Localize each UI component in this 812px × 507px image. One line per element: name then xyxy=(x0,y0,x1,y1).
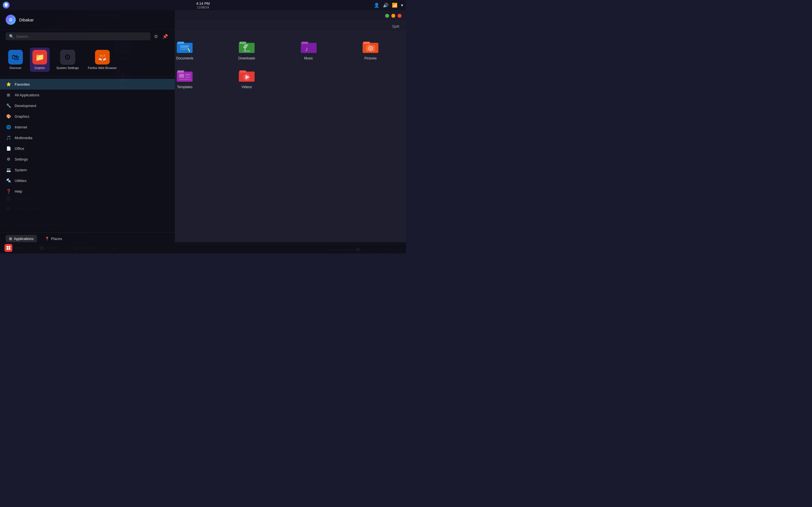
app-launcher: D Dibakar 🔍 ⚙ 📌 🛍 Discover 📁 Dolphin ⚙ S… xyxy=(0,10,175,253)
system-label: System xyxy=(15,168,27,172)
user-icon[interactable]: 👤 xyxy=(374,3,379,8)
favorites-icon: ⭐ xyxy=(6,81,11,87)
firefox-icon: 🦊 xyxy=(95,50,110,64)
svg-rect-42 xyxy=(239,70,246,73)
bottom-taskbar xyxy=(0,242,406,253)
taskbar-left xyxy=(3,2,10,8)
svg-rect-8 xyxy=(177,42,184,44)
places-tab-icon: 📍 xyxy=(45,237,49,241)
templates-folder-label: Templates xyxy=(177,85,193,89)
pinned-app-system-settings[interactable]: ⚙ System Settings xyxy=(54,48,81,72)
category-all-applications[interactable]: ⊞ All Applications xyxy=(0,90,175,100)
window-close[interactable] xyxy=(398,14,402,18)
system-settings-label: System Settings xyxy=(56,66,79,69)
firefox-label: Firefox Web Browser xyxy=(88,66,117,69)
svg-rect-9 xyxy=(180,46,189,47)
network-icon[interactable]: 📶 xyxy=(392,3,398,8)
pinned-app-discover[interactable]: 🛍 Discover xyxy=(6,48,26,72)
pin-button[interactable]: 📌 xyxy=(161,33,169,40)
system-icon: 💻 xyxy=(6,167,11,173)
svg-rect-20 xyxy=(301,42,308,44)
volume-icon[interactable]: 🔊 xyxy=(383,3,389,8)
documents-folder-label: Documents xyxy=(176,56,193,60)
all-apps-label: All Applications xyxy=(15,93,39,97)
category-office[interactable]: 📄 Office xyxy=(0,143,175,154)
utilities-label: Utilities xyxy=(15,179,27,183)
utilities-icon: 🔩 xyxy=(6,178,11,183)
category-internet[interactable]: 🌐 Internet xyxy=(0,122,175,132)
search-section: 🔍 ⚙ 📌 xyxy=(0,30,175,43)
taskbar-right: 👤 🔊 📶 ▾ xyxy=(374,3,403,8)
videos-folder-label: Videos xyxy=(242,85,252,89)
svg-rect-17 xyxy=(243,51,250,52)
dolphin-icon: 📁 xyxy=(33,50,47,64)
search-controls: ⚙ 📌 xyxy=(153,33,169,40)
window-controls xyxy=(385,14,402,18)
top-taskbar: 4:14 PM 11/06/24 👤 🔊 📶 ▾ xyxy=(0,0,406,10)
settings-icon: ⚙ xyxy=(6,156,11,162)
office-label: Office xyxy=(15,147,24,151)
taskbar-dolphin-icon xyxy=(4,244,12,252)
multimedia-icon: 🎵 xyxy=(6,135,11,140)
internet-label: Internet xyxy=(15,125,27,129)
downloads-folder-label: Downloads xyxy=(238,56,255,60)
split-button[interactable]: Split xyxy=(390,23,402,30)
folder-downloads[interactable]: Downloads xyxy=(217,37,276,64)
user-section: D Dibakar xyxy=(0,10,175,30)
taskbar-dolphin-app[interactable] xyxy=(2,243,15,253)
templates-folder-icon xyxy=(177,69,193,83)
multimedia-label: Multimedia xyxy=(15,136,33,140)
category-settings[interactable]: ⚙ Settings xyxy=(0,154,175,165)
category-help[interactable]: ❓ Help xyxy=(0,186,175,196)
settings-label: Settings xyxy=(15,157,28,161)
music-folder-icon: ♪ xyxy=(301,41,317,54)
taskbar-logo[interactable] xyxy=(3,2,10,8)
development-icon: 🔧 xyxy=(6,103,11,108)
search-icon: 🔍 xyxy=(9,34,14,39)
system-settings-icon: ⚙ xyxy=(60,50,75,64)
graphics-label: Graphics xyxy=(15,114,29,119)
category-utilities[interactable]: 🔩 Utilities xyxy=(0,175,175,186)
svg-rect-19 xyxy=(301,43,317,53)
help-icon: ❓ xyxy=(6,188,11,194)
svg-rect-10 xyxy=(180,47,188,48)
graphics-icon: 🎨 xyxy=(6,114,11,119)
taskbar-date: 11/06/24 xyxy=(196,6,210,9)
svg-text:♪: ♪ xyxy=(305,45,308,53)
folder-pictures[interactable]: Pictures xyxy=(341,37,400,64)
svg-rect-16 xyxy=(245,45,246,48)
category-system[interactable]: 💻 System xyxy=(0,165,175,175)
user-name: Dibakar xyxy=(19,17,34,22)
window-maximize[interactable] xyxy=(391,14,395,18)
window-minimize[interactable] xyxy=(385,14,389,18)
svg-rect-38 xyxy=(185,76,190,78)
tab-applications[interactable]: ⊞ Applications xyxy=(6,235,37,242)
svg-rect-24 xyxy=(363,42,370,44)
svg-rect-15 xyxy=(239,42,246,44)
taskbar-center: 4:14 PM 11/06/24 xyxy=(196,1,210,9)
category-graphics[interactable]: 🎨 Graphics xyxy=(0,111,175,122)
category-favorites[interactable]: ⭐ Favorites xyxy=(0,79,175,90)
filter-button[interactable]: ⚙ xyxy=(153,33,159,40)
places-tab-label: Places xyxy=(51,237,62,241)
category-multimedia[interactable]: 🎵 Multimedia xyxy=(0,132,175,143)
folder-music[interactable]: ♪ Music xyxy=(279,37,339,64)
pinned-app-firefox[interactable]: 🦊 Firefox Web Browser xyxy=(86,48,119,72)
pinned-apps: 🛍 Discover 📁 Dolphin ⚙ System Settings 🦊… xyxy=(0,43,175,76)
tab-places[interactable]: 📍 Places xyxy=(42,235,65,242)
launcher-tabs: ⊞ Applications 📍 Places xyxy=(6,235,169,242)
system-tray-chevron[interactable]: ▾ xyxy=(401,3,403,8)
user-avatar[interactable]: D xyxy=(6,15,16,25)
category-development[interactable]: 🔧 Development xyxy=(0,100,175,111)
applications-tab-label: Applications xyxy=(14,237,34,241)
categories-list: ⭐ Favorites ⊞ All Applications 🔧 Develop… xyxy=(0,76,175,232)
search-input[interactable] xyxy=(16,34,147,39)
downloads-folder-icon xyxy=(239,41,255,54)
dolphin-label: Dolphin xyxy=(35,66,45,69)
pinned-app-dolphin[interactable]: 📁 Dolphin xyxy=(30,48,50,72)
favorites-label: Favorites xyxy=(15,82,30,87)
applications-tab-icon: ⊞ xyxy=(9,237,12,241)
documents-folder-icon xyxy=(177,41,193,54)
folder-videos[interactable]: Videos xyxy=(217,66,276,93)
discover-icon: 🛍 xyxy=(8,50,23,64)
